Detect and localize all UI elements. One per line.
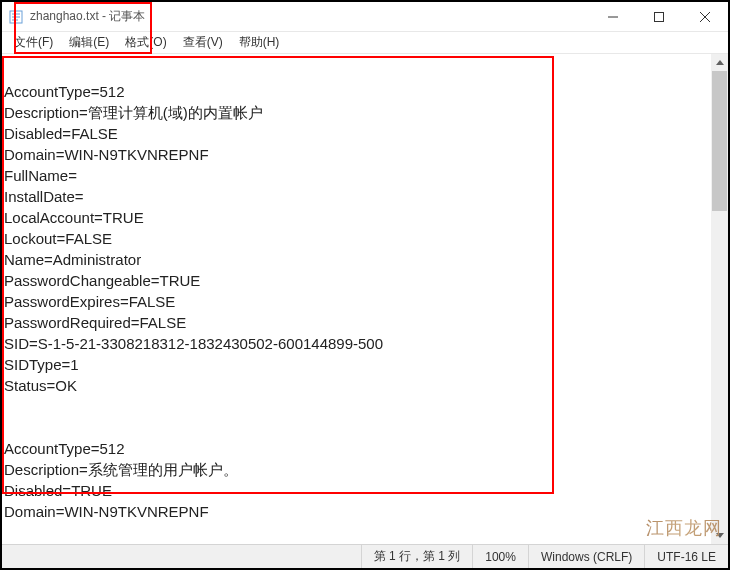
menu-help[interactable]: 帮助(H) [231,32,288,53]
notepad-icon [8,9,24,25]
minimize-button[interactable] [590,2,636,31]
maximize-button[interactable] [636,2,682,31]
scrollbar-up-button[interactable] [711,54,728,71]
scrollbar-thumb[interactable] [712,71,727,211]
svg-rect-5 [655,12,664,21]
notepad-window: zhanghao.txt - 记事本 文件(F) 编辑(E) 格式(O) 查看(… [2,2,728,568]
menu-file[interactable]: 文件(F) [6,32,61,53]
status-position: 第 1 行，第 1 列 [361,545,473,568]
content-area: AccountType=512 Description=管理计算机(域)的内置帐… [2,54,728,544]
vertical-scrollbar[interactable] [711,54,728,544]
scrollbar-down-button[interactable] [711,527,728,544]
window-title: zhanghao.txt - 记事本 [30,8,590,25]
menu-edit[interactable]: 编辑(E) [61,32,117,53]
svg-marker-8 [716,60,724,65]
svg-marker-9 [716,533,724,538]
close-button[interactable] [682,2,728,31]
menubar: 文件(F) 编辑(E) 格式(O) 查看(V) 帮助(H) [2,32,728,54]
text-editor[interactable]: AccountType=512 Description=管理计算机(域)的内置帐… [2,54,711,544]
menu-view[interactable]: 查看(V) [175,32,231,53]
titlebar[interactable]: zhanghao.txt - 记事本 [2,2,728,32]
status-zoom: 100% [472,545,528,568]
menu-format[interactable]: 格式(O) [117,32,174,53]
status-encoding: UTF-16 LE [644,545,728,568]
window-controls [590,2,728,31]
statusbar: 第 1 行，第 1 列 100% Windows (CRLF) UTF-16 L… [2,544,728,568]
status-line-ending: Windows (CRLF) [528,545,644,568]
